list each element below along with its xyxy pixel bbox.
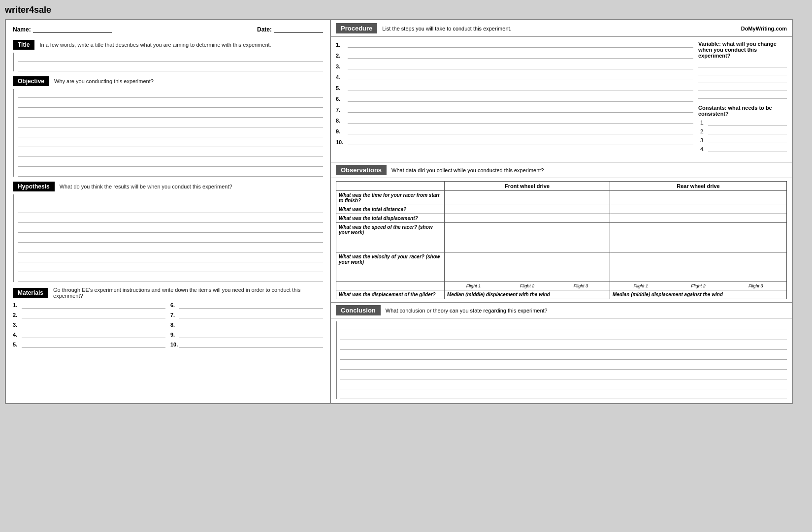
obs-glider-front: Median (middle) displacement with the wi… xyxy=(445,290,610,299)
proc-step-1: 1. xyxy=(336,41,693,48)
procedure-steps: 1. 2. 3. 4. 5. xyxy=(336,41,693,158)
date-field: Date: xyxy=(257,26,323,33)
obs-q-time: What was the time for your racer from st… xyxy=(336,191,445,205)
obs-row-time: What was the time for your racer from st… xyxy=(336,191,787,205)
objective-section-header: Objective Why are you conducting this ex… xyxy=(13,76,323,86)
flight-r3: Flight 3 xyxy=(748,283,763,288)
constants-list: 1. 2. 3. 4. xyxy=(698,119,787,152)
conclusion-body xyxy=(331,318,792,403)
conclusion-header: Conclusion What conclusion or theory can… xyxy=(331,303,792,318)
conclusion-desc: What conclusion or theory can you state … xyxy=(386,308,548,313)
obs-q-glider: What was the displacement of the glider? xyxy=(336,290,445,299)
procedure-body: 1. 2. 3. 4. 5. xyxy=(331,37,792,162)
obs-front-displacement[interactable] xyxy=(445,214,610,223)
obs-front-distance[interactable] xyxy=(445,205,610,214)
const-4: 4. xyxy=(700,145,787,152)
materials-badge: Materials xyxy=(13,288,48,298)
materials-list: 1. 2. 3. 4. 5. xyxy=(13,302,323,351)
conclusion-badge: Conclusion xyxy=(336,305,381,315)
materials-col-right: 6. 7. 8. 9. 10. xyxy=(170,302,323,351)
domywriting-label: DoMyWriting.com xyxy=(741,26,787,31)
const-1: 1. xyxy=(700,119,787,125)
name-date-row: Name: Date: xyxy=(13,26,323,33)
obs-rear-distance[interactable] xyxy=(610,205,787,214)
const-2: 2. xyxy=(700,127,787,134)
obs-flight-subheader: Flight 1 Flight 2 Flight 3 Flight 1 Flig… xyxy=(336,282,787,290)
mat-item-7: 7. xyxy=(170,312,323,318)
site-logo: writer4sale xyxy=(5,5,807,15)
obs-rear-time[interactable] xyxy=(610,191,787,205)
conclusion-write-area xyxy=(336,321,787,399)
obs-front-velocity[interactable] xyxy=(445,252,610,282)
title-line-2[interactable] xyxy=(18,63,323,71)
mat-item-9: 9. xyxy=(170,331,323,338)
variable-title: Variable: what will you change when you … xyxy=(698,41,787,59)
mat-item-4: 4. xyxy=(13,331,165,338)
name-field: Name: xyxy=(13,26,112,33)
obs-row-velocity: What was the velocity of your racer? (sh… xyxy=(336,252,787,282)
obs-flight-empty xyxy=(336,282,445,290)
obs-rear-displacement[interactable] xyxy=(610,214,787,223)
obs-q-displacement: What was the total displacement? xyxy=(336,214,445,223)
main-worksheet: Name: Date: Title In a few words, write … xyxy=(5,19,793,404)
obs-rear-velocity[interactable] xyxy=(610,252,787,282)
flight-r1: Flight 1 xyxy=(634,283,649,288)
mat-item-5: 5. xyxy=(13,341,165,348)
obs-front-speed[interactable] xyxy=(445,223,610,252)
hypothesis-desc: What do you think the results will be wh… xyxy=(60,184,232,189)
constants-title: Constants: what needs to be consistent? xyxy=(698,105,787,117)
left-panel: Name: Date: Title In a few words, write … xyxy=(6,20,331,403)
const-3: 3. xyxy=(700,136,787,143)
mat-item-1: 1. xyxy=(13,302,165,309)
obs-row-glider: What was the displacement of the glider?… xyxy=(336,290,787,299)
observations-table-wrapper: Front wheel drive Rear wheel drive What … xyxy=(331,178,792,303)
hypothesis-section-header: Hypothesis What do you think the results… xyxy=(13,182,323,191)
date-input[interactable] xyxy=(274,26,323,33)
observations-desc: What data did you collect while you cond… xyxy=(391,167,544,173)
proc-step-2: 2. xyxy=(336,52,693,59)
observations-badge: Observations xyxy=(336,165,387,175)
observations-header: Observations What data did you collect w… xyxy=(331,162,792,178)
obs-flight-front-headers: Flight 1 Flight 2 Flight 3 xyxy=(445,282,610,290)
hypothesis-write-area xyxy=(13,194,323,282)
front-wheel-header: Front wheel drive xyxy=(445,182,610,191)
obs-header-row: Front wheel drive Rear wheel drive xyxy=(336,182,787,191)
proc-step-4: 4. xyxy=(336,73,693,80)
variable-section: Variable: what will you change when you … xyxy=(698,41,787,99)
title-line-1[interactable] xyxy=(18,53,323,62)
proc-step-7: 7. xyxy=(336,106,693,113)
procedure-header: Procedure List the steps you will take t… xyxy=(331,20,792,37)
proc-step-9: 9. xyxy=(336,127,693,134)
obs-q-speed: What was the speed of the racer? (show y… xyxy=(336,223,445,252)
title-badge: Title xyxy=(13,40,34,50)
proc-step-5: 5. xyxy=(336,84,693,91)
mat-item-10: 10. xyxy=(170,341,323,348)
procedure-desc: List the steps you will take to conduct … xyxy=(382,26,741,31)
obs-glider-rear: Median (middle) displacement against the… xyxy=(610,290,787,299)
materials-section-header: Materials Go through EE's experiment ins… xyxy=(13,287,323,299)
mat-item-6: 6. xyxy=(170,302,323,309)
procedure-badge: Procedure xyxy=(336,23,377,33)
objective-badge: Objective xyxy=(13,76,49,86)
objective-write-area xyxy=(13,89,323,177)
mat-item-3: 3. xyxy=(13,321,165,328)
obs-q-distance: What was the total distance? xyxy=(336,205,445,214)
obs-empty-header xyxy=(336,182,445,191)
flight-f1: Flight 1 xyxy=(466,283,481,288)
obs-front-time[interactable] xyxy=(445,191,610,205)
mat-item-8: 8. xyxy=(170,321,323,328)
proc-step-3: 3. xyxy=(336,63,693,69)
objective-desc: Why are you conducting this experiment? xyxy=(54,78,154,84)
observations-table: Front wheel drive Rear wheel drive What … xyxy=(336,181,787,299)
obs-row-speed: What was the speed of the racer? (show y… xyxy=(336,223,787,252)
name-input[interactable] xyxy=(33,26,112,33)
obs-row-distance: What was the total distance? xyxy=(336,205,787,214)
title-desc: In a few words, write a title that descr… xyxy=(39,42,271,48)
flight-f3: Flight 3 xyxy=(574,283,588,288)
proc-step-8: 8. xyxy=(336,117,693,124)
title-section-header: Title In a few words, write a title that… xyxy=(13,40,323,50)
proc-step-10: 10. xyxy=(336,138,693,145)
hypothesis-badge: Hypothesis xyxy=(13,182,55,191)
title-write-area xyxy=(13,53,323,71)
obs-rear-speed[interactable] xyxy=(610,223,787,252)
